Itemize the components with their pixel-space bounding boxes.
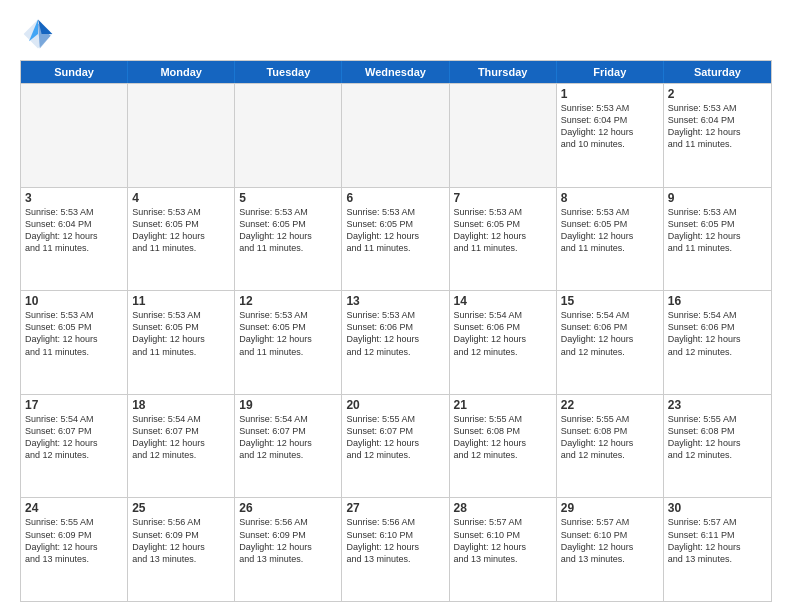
day-info: Sunrise: 5:56 AM Sunset: 6:09 PM Dayligh…: [239, 516, 337, 565]
calendar-cell: 18Sunrise: 5:54 AM Sunset: 6:07 PM Dayli…: [128, 395, 235, 498]
day-info: Sunrise: 5:57 AM Sunset: 6:10 PM Dayligh…: [561, 516, 659, 565]
calendar-header-day: Sunday: [21, 61, 128, 83]
day-number: 29: [561, 501, 659, 515]
day-number: 1: [561, 87, 659, 101]
calendar-cell: 5Sunrise: 5:53 AM Sunset: 6:05 PM Daylig…: [235, 188, 342, 291]
calendar-cell: 30Sunrise: 5:57 AM Sunset: 6:11 PM Dayli…: [664, 498, 771, 601]
page: SundayMondayTuesdayWednesdayThursdayFrid…: [0, 0, 792, 612]
day-number: 4: [132, 191, 230, 205]
calendar-cell: 22Sunrise: 5:55 AM Sunset: 6:08 PM Dayli…: [557, 395, 664, 498]
calendar-cell: 2Sunrise: 5:53 AM Sunset: 6:04 PM Daylig…: [664, 84, 771, 187]
day-number: 20: [346, 398, 444, 412]
calendar-cell: 14Sunrise: 5:54 AM Sunset: 6:06 PM Dayli…: [450, 291, 557, 394]
day-number: 14: [454, 294, 552, 308]
calendar-cell: [450, 84, 557, 187]
calendar-cell: 3Sunrise: 5:53 AM Sunset: 6:04 PM Daylig…: [21, 188, 128, 291]
calendar-cell: 27Sunrise: 5:56 AM Sunset: 6:10 PM Dayli…: [342, 498, 449, 601]
calendar-cell: [128, 84, 235, 187]
calendar-cell: 1Sunrise: 5:53 AM Sunset: 6:04 PM Daylig…: [557, 84, 664, 187]
day-info: Sunrise: 5:53 AM Sunset: 6:05 PM Dayligh…: [25, 309, 123, 358]
day-info: Sunrise: 5:54 AM Sunset: 6:06 PM Dayligh…: [454, 309, 552, 358]
calendar-cell: [235, 84, 342, 187]
day-number: 24: [25, 501, 123, 515]
day-info: Sunrise: 5:53 AM Sunset: 6:05 PM Dayligh…: [346, 206, 444, 255]
day-info: Sunrise: 5:53 AM Sunset: 6:06 PM Dayligh…: [346, 309, 444, 358]
day-info: Sunrise: 5:55 AM Sunset: 6:08 PM Dayligh…: [668, 413, 767, 462]
calendar: SundayMondayTuesdayWednesdayThursdayFrid…: [20, 60, 772, 602]
calendar-header-day: Monday: [128, 61, 235, 83]
day-info: Sunrise: 5:57 AM Sunset: 6:10 PM Dayligh…: [454, 516, 552, 565]
day-info: Sunrise: 5:53 AM Sunset: 6:04 PM Dayligh…: [668, 102, 767, 151]
header: [20, 16, 772, 52]
calendar-cell: 9Sunrise: 5:53 AM Sunset: 6:05 PM Daylig…: [664, 188, 771, 291]
day-number: 3: [25, 191, 123, 205]
day-number: 15: [561, 294, 659, 308]
calendar-cell: 7Sunrise: 5:53 AM Sunset: 6:05 PM Daylig…: [450, 188, 557, 291]
calendar-cell: [342, 84, 449, 187]
day-info: Sunrise: 5:55 AM Sunset: 6:07 PM Dayligh…: [346, 413, 444, 462]
calendar-cell: 29Sunrise: 5:57 AM Sunset: 6:10 PM Dayli…: [557, 498, 664, 601]
day-number: 30: [668, 501, 767, 515]
calendar-cell: 12Sunrise: 5:53 AM Sunset: 6:05 PM Dayli…: [235, 291, 342, 394]
calendar-cell: 28Sunrise: 5:57 AM Sunset: 6:10 PM Dayli…: [450, 498, 557, 601]
calendar-cell: 8Sunrise: 5:53 AM Sunset: 6:05 PM Daylig…: [557, 188, 664, 291]
calendar-cell: 23Sunrise: 5:55 AM Sunset: 6:08 PM Dayli…: [664, 395, 771, 498]
day-info: Sunrise: 5:53 AM Sunset: 6:05 PM Dayligh…: [668, 206, 767, 255]
calendar-row: 10Sunrise: 5:53 AM Sunset: 6:05 PM Dayli…: [21, 290, 771, 394]
day-number: 9: [668, 191, 767, 205]
day-info: Sunrise: 5:56 AM Sunset: 6:09 PM Dayligh…: [132, 516, 230, 565]
calendar-header-day: Tuesday: [235, 61, 342, 83]
day-info: Sunrise: 5:53 AM Sunset: 6:05 PM Dayligh…: [239, 206, 337, 255]
day-info: Sunrise: 5:53 AM Sunset: 6:05 PM Dayligh…: [561, 206, 659, 255]
day-info: Sunrise: 5:56 AM Sunset: 6:10 PM Dayligh…: [346, 516, 444, 565]
calendar-cell: 13Sunrise: 5:53 AM Sunset: 6:06 PM Dayli…: [342, 291, 449, 394]
calendar-row: 24Sunrise: 5:55 AM Sunset: 6:09 PM Dayli…: [21, 497, 771, 601]
logo: [20, 16, 60, 52]
day-number: 21: [454, 398, 552, 412]
day-number: 11: [132, 294, 230, 308]
day-info: Sunrise: 5:53 AM Sunset: 6:05 PM Dayligh…: [132, 206, 230, 255]
calendar-cell: 26Sunrise: 5:56 AM Sunset: 6:09 PM Dayli…: [235, 498, 342, 601]
day-info: Sunrise: 5:54 AM Sunset: 6:06 PM Dayligh…: [668, 309, 767, 358]
day-info: Sunrise: 5:55 AM Sunset: 6:08 PM Dayligh…: [561, 413, 659, 462]
calendar-cell: 15Sunrise: 5:54 AM Sunset: 6:06 PM Dayli…: [557, 291, 664, 394]
calendar-cell: 4Sunrise: 5:53 AM Sunset: 6:05 PM Daylig…: [128, 188, 235, 291]
day-number: 10: [25, 294, 123, 308]
calendar-row: 3Sunrise: 5:53 AM Sunset: 6:04 PM Daylig…: [21, 187, 771, 291]
calendar-header-day: Friday: [557, 61, 664, 83]
day-number: 16: [668, 294, 767, 308]
day-number: 26: [239, 501, 337, 515]
calendar-cell: 16Sunrise: 5:54 AM Sunset: 6:06 PM Dayli…: [664, 291, 771, 394]
day-number: 12: [239, 294, 337, 308]
day-info: Sunrise: 5:54 AM Sunset: 6:07 PM Dayligh…: [132, 413, 230, 462]
calendar-cell: 19Sunrise: 5:54 AM Sunset: 6:07 PM Dayli…: [235, 395, 342, 498]
logo-icon: [20, 16, 56, 52]
day-info: Sunrise: 5:55 AM Sunset: 6:08 PM Dayligh…: [454, 413, 552, 462]
day-number: 25: [132, 501, 230, 515]
day-info: Sunrise: 5:54 AM Sunset: 6:06 PM Dayligh…: [561, 309, 659, 358]
day-info: Sunrise: 5:53 AM Sunset: 6:05 PM Dayligh…: [454, 206, 552, 255]
calendar-cell: 25Sunrise: 5:56 AM Sunset: 6:09 PM Dayli…: [128, 498, 235, 601]
calendar-cell: 20Sunrise: 5:55 AM Sunset: 6:07 PM Dayli…: [342, 395, 449, 498]
calendar-row: 17Sunrise: 5:54 AM Sunset: 6:07 PM Dayli…: [21, 394, 771, 498]
day-info: Sunrise: 5:57 AM Sunset: 6:11 PM Dayligh…: [668, 516, 767, 565]
day-info: Sunrise: 5:53 AM Sunset: 6:04 PM Dayligh…: [25, 206, 123, 255]
calendar-cell: [21, 84, 128, 187]
day-number: 13: [346, 294, 444, 308]
day-number: 28: [454, 501, 552, 515]
day-number: 7: [454, 191, 552, 205]
day-info: Sunrise: 5:53 AM Sunset: 6:04 PM Dayligh…: [561, 102, 659, 151]
day-info: Sunrise: 5:54 AM Sunset: 6:07 PM Dayligh…: [239, 413, 337, 462]
day-number: 6: [346, 191, 444, 205]
day-info: Sunrise: 5:53 AM Sunset: 6:05 PM Dayligh…: [239, 309, 337, 358]
calendar-header-day: Wednesday: [342, 61, 449, 83]
day-number: 27: [346, 501, 444, 515]
day-number: 17: [25, 398, 123, 412]
calendar-row: 1Sunrise: 5:53 AM Sunset: 6:04 PM Daylig…: [21, 83, 771, 187]
day-info: Sunrise: 5:53 AM Sunset: 6:05 PM Dayligh…: [132, 309, 230, 358]
calendar-cell: 11Sunrise: 5:53 AM Sunset: 6:05 PM Dayli…: [128, 291, 235, 394]
calendar-header-day: Saturday: [664, 61, 771, 83]
calendar-header: SundayMondayTuesdayWednesdayThursdayFrid…: [21, 61, 771, 83]
calendar-cell: 6Sunrise: 5:53 AM Sunset: 6:05 PM Daylig…: [342, 188, 449, 291]
day-number: 18: [132, 398, 230, 412]
